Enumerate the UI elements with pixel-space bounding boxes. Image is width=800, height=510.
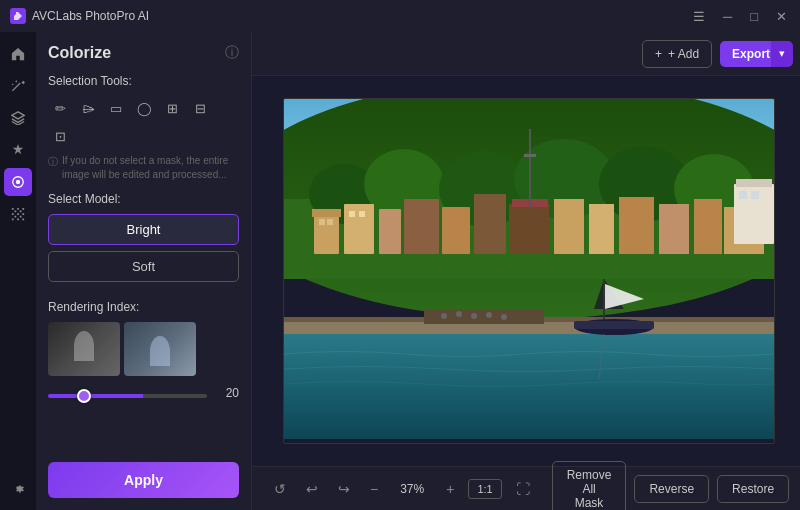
svg-rect-31 xyxy=(359,211,365,217)
rendering-index-slider[interactable] xyxy=(48,394,207,398)
bottom-toolbar: ↺ ↩ ↪ − 37% + 1:1 ⛶ Remove All Mask Reve… xyxy=(252,466,800,510)
ratio-button[interactable]: 1:1 xyxy=(468,479,501,499)
main-photo-svg xyxy=(284,99,774,439)
fullscreen-button[interactable]: ⛶ xyxy=(510,477,536,501)
sidebar-item-layers[interactable] xyxy=(4,104,32,132)
left-panel: Colorize ⓘ Selection Tools: ✏ ⌲ ▭ ◯ ⊞ ⊟ … xyxy=(36,32,252,510)
hamburger-icon[interactable]: ☰ xyxy=(690,9,708,24)
add-button[interactable]: + + Add xyxy=(642,40,712,68)
sidebar-item-colorize[interactable] xyxy=(4,168,32,196)
svg-point-41 xyxy=(441,313,447,319)
app-logo xyxy=(10,8,26,24)
model-bright-button[interactable]: Bright xyxy=(48,214,239,245)
selection-tools-section: Selection Tools: ✏ ⌲ ▭ ◯ ⊞ ⊟ ⊡ ⓘ If you … xyxy=(48,74,239,182)
svg-rect-12 xyxy=(312,209,341,217)
apply-button[interactable]: Apply xyxy=(48,462,239,498)
main-layout: Colorize ⓘ Selection Tools: ✏ ⌲ ▭ ◯ ⊞ ⊟ … xyxy=(0,32,800,510)
svg-point-43 xyxy=(471,313,477,319)
svg-rect-16 xyxy=(442,207,470,254)
ellipse-tool[interactable]: ◯ xyxy=(132,96,156,120)
info-icon[interactable]: ⓘ xyxy=(225,44,239,62)
redo-button[interactable]: ↪ xyxy=(332,477,356,501)
svg-rect-17 xyxy=(474,194,506,254)
mask-tool[interactable]: ⊞ xyxy=(160,96,184,120)
invert-tool[interactable]: ⊟ xyxy=(188,96,212,120)
preview-thumbnails xyxy=(48,322,239,376)
panel-title: Colorize xyxy=(48,44,111,62)
sidebar-item-settings[interactable] xyxy=(4,474,32,502)
export-button[interactable]: Export xyxy=(720,41,770,67)
svg-rect-20 xyxy=(554,199,584,254)
sidebar-item-home[interactable] xyxy=(4,40,32,68)
svg-rect-40 xyxy=(574,321,654,329)
svg-rect-22 xyxy=(619,197,654,254)
zoom-out-button[interactable]: − xyxy=(364,477,384,501)
titlebar-controls: ☰ ─ □ ✕ xyxy=(690,9,790,24)
model-soft-button[interactable]: Soft xyxy=(48,251,239,282)
titlebar-left: AVCLabs PhotoPro AI xyxy=(10,8,149,24)
export-dropdown-button[interactable]: ▾ xyxy=(770,41,793,67)
rendering-index-section: Rendering Index: 20 xyxy=(48,300,239,402)
main-image-container xyxy=(283,98,775,444)
add-icon: + xyxy=(655,47,662,61)
lasso-tool[interactable]: ⌲ xyxy=(76,96,100,120)
refresh-button[interactable]: ↺ xyxy=(268,477,292,501)
svg-rect-18 xyxy=(509,204,549,254)
close-button[interactable]: ✕ xyxy=(773,9,790,24)
svg-rect-23 xyxy=(659,204,689,254)
minimize-button[interactable]: ─ xyxy=(720,9,735,24)
panel-header: Colorize ⓘ xyxy=(48,44,239,62)
tool-hint-text: ⓘ If you do not select a mask, the entir… xyxy=(48,154,239,182)
right-side: + + Add Export ▾ xyxy=(252,32,800,510)
svg-rect-50 xyxy=(751,191,759,199)
sidebar-item-magic[interactable] xyxy=(4,72,32,100)
remove-all-mask-button[interactable]: Remove All Mask xyxy=(552,461,627,511)
pen-tool[interactable]: ✏ xyxy=(48,96,72,120)
reverse-button[interactable]: Reverse xyxy=(634,475,709,503)
sidebar-item-effects[interactable] xyxy=(4,136,32,164)
slider-value: 20 xyxy=(215,386,239,400)
top-bar: + + Add Export ▾ xyxy=(252,32,800,76)
sidebar-item-noise[interactable] xyxy=(4,200,32,228)
svg-point-42 xyxy=(456,311,462,317)
svg-rect-28 xyxy=(319,219,325,225)
selection-tools-label: Selection Tools: xyxy=(48,74,239,88)
maximize-button[interactable]: □ xyxy=(747,9,761,24)
svg-point-44 xyxy=(486,312,492,318)
thumbnail-after xyxy=(124,322,196,376)
canvas-area xyxy=(252,76,800,466)
rect-tool[interactable]: ▭ xyxy=(104,96,128,120)
thumbnail-before xyxy=(48,322,120,376)
titlebar: AVCLabs PhotoPro AI ☰ ─ □ ✕ xyxy=(0,0,800,32)
select-model-label: Select Model: xyxy=(48,192,239,206)
svg-rect-11 xyxy=(314,214,339,254)
svg-rect-21 xyxy=(589,204,614,254)
zoom-level: 37% xyxy=(392,478,432,500)
restore-button[interactable]: Restore xyxy=(717,475,789,503)
svg-rect-15 xyxy=(404,199,439,254)
svg-rect-29 xyxy=(327,219,333,225)
svg-rect-27 xyxy=(524,154,536,157)
tools-row: ✏ ⌲ ▭ ◯ ⊞ ⊟ ⊡ xyxy=(48,96,239,148)
hint-icon: ⓘ xyxy=(48,155,58,169)
grid-tool[interactable]: ⊡ xyxy=(48,124,72,148)
undo-button[interactable]: ↩ xyxy=(300,477,324,501)
select-model-section: Select Model: Bright Soft xyxy=(48,192,239,288)
rendering-index-label: Rendering Index: xyxy=(48,300,239,314)
slider-wrapper xyxy=(48,384,207,402)
svg-rect-26 xyxy=(529,129,531,209)
svg-rect-49 xyxy=(739,191,747,199)
svg-rect-24 xyxy=(694,199,722,254)
svg-point-45 xyxy=(501,314,507,320)
icon-sidebar xyxy=(0,32,36,510)
svg-rect-30 xyxy=(349,211,355,217)
export-group: Export ▾ xyxy=(720,41,793,67)
zoom-in-button[interactable]: + xyxy=(440,477,460,501)
slider-container: 20 xyxy=(48,384,239,402)
svg-rect-48 xyxy=(736,179,772,187)
svg-rect-35 xyxy=(284,334,774,439)
svg-point-1 xyxy=(16,180,20,184)
app-title: AVCLabs PhotoPro AI xyxy=(32,9,149,23)
svg-rect-14 xyxy=(379,209,401,254)
